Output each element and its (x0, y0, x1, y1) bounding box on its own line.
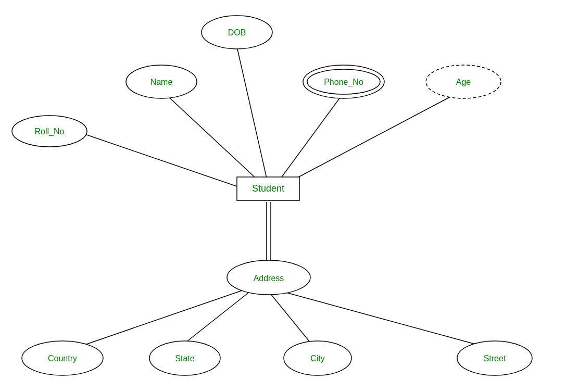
rollno-label: Roll_No (35, 127, 65, 136)
country-label: Country (48, 354, 77, 363)
city-label: City (310, 354, 325, 363)
svg-line-7 (81, 290, 242, 346)
age-label: Age (456, 78, 471, 86)
svg-line-0 (237, 47, 268, 185)
state-label: State (175, 354, 194, 363)
svg-line-1 (164, 93, 263, 185)
address-label: Address (254, 274, 284, 283)
svg-line-9 (269, 292, 312, 345)
dob-label: DOB (228, 28, 246, 37)
name-label: Name (150, 78, 173, 86)
street-label: Street (484, 354, 506, 363)
svg-line-4 (81, 133, 255, 193)
phone-label: Phone_No (324, 78, 363, 87)
svg-line-10 (279, 290, 479, 345)
student-label: Student (252, 183, 284, 194)
